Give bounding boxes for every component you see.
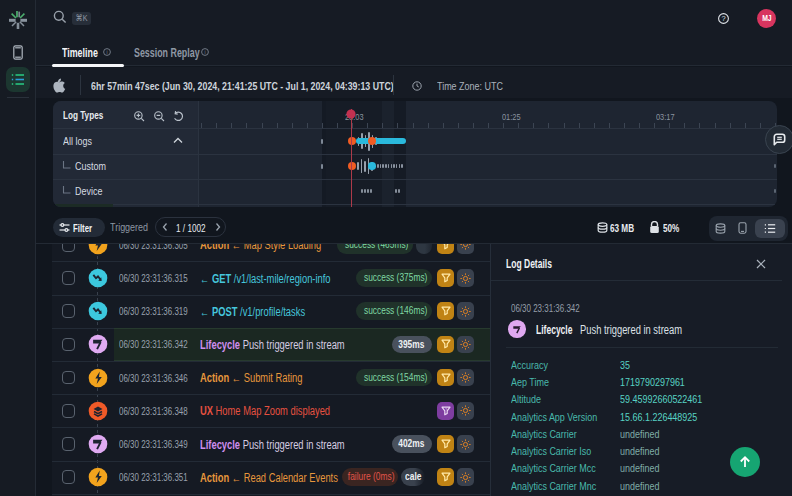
svg-text:?: ? [721,14,725,23]
svg-text:i: i [204,49,205,55]
svg-text:?: ? [445,407,447,411]
svg-text:i: i [106,49,107,55]
